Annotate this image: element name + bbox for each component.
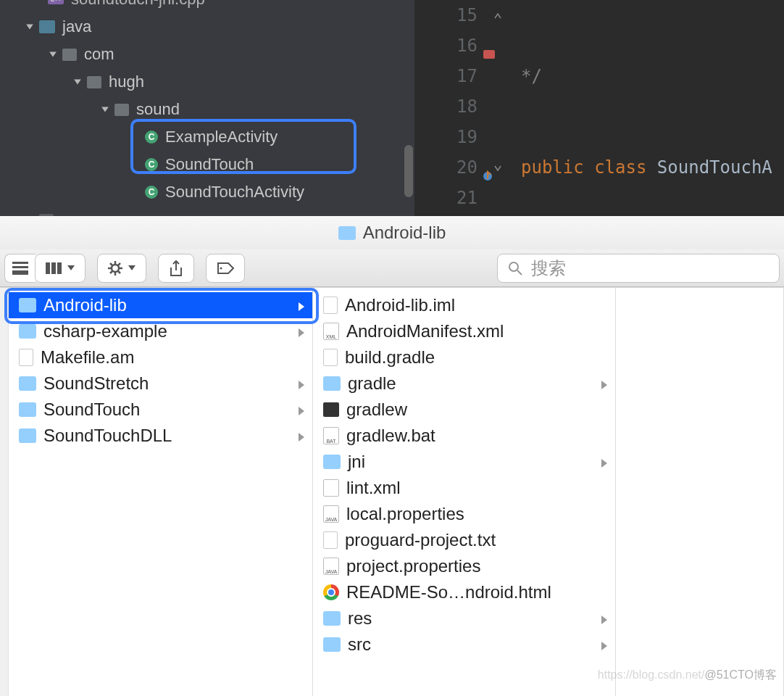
chevron-right-icon: [299, 373, 305, 394]
list-item[interactable]: SoundStretch: [9, 370, 312, 397]
class-icon: C: [145, 186, 158, 199]
doc-file-icon: [323, 479, 339, 497]
list-item[interactable]: build.gradle: [313, 344, 615, 370]
list-item[interactable]: jni: [313, 449, 615, 475]
list-item[interactable]: Android-lib: [9, 292, 312, 318]
override-gutter-icon[interactable]: [483, 161, 495, 191]
code-token: public: [521, 157, 584, 178]
tree-item-sound-folder[interactable]: sound: [0, 96, 414, 123]
svg-rect-10: [12, 273, 28, 275]
list-item[interactable]: csharp-example: [9, 318, 312, 344]
item-label: gradle: [348, 373, 396, 394]
list-item[interactable]: SoundTouchDLL: [9, 423, 312, 449]
svg-line-20: [110, 263, 112, 265]
list-item[interactable]: res: [313, 605, 615, 631]
view-list-button[interactable]: [4, 254, 36, 283]
view-columns-button[interactable]: [35, 254, 86, 283]
file-icon: [323, 349, 338, 366]
item-label: local.properties: [346, 504, 464, 524]
item-label: jni: [348, 452, 365, 472]
item-label: Makefile.am: [41, 347, 134, 368]
svg-marker-24: [128, 265, 135, 270]
tree-item-cpp[interactable]: C++ soundtouch-jni.cpp: [0, 0, 414, 13]
chevron-down-icon: [25, 22, 35, 32]
class-gutter-icon: [483, 39, 495, 70]
chevron-right-icon: [299, 426, 305, 446]
svg-rect-5: [483, 50, 495, 59]
folder-icon: [62, 49, 77, 61]
search-icon: [508, 261, 522, 276]
cpp-icon: C++: [48, 0, 64, 4]
search-input[interactable]: 搜索: [497, 254, 780, 283]
chrome-icon: [323, 584, 339, 600]
tree-label: SoundTouchActivity: [165, 183, 304, 202]
list-item[interactable]: Android-lib.iml: [313, 292, 615, 318]
svg-rect-13: [57, 262, 62, 274]
tree-item-java-folder[interactable]: java: [0, 13, 414, 41]
folder-icon: [323, 637, 341, 652]
folder-icon: [19, 298, 36, 312]
chevron-down-icon: [72, 77, 83, 87]
file-icon: [19, 349, 33, 366]
item-label: build.gradle: [345, 347, 435, 368]
tree-item-hugh-folder[interactable]: hugh: [0, 68, 414, 96]
scrollbar-thumb[interactable]: [404, 145, 413, 197]
action-menu-button[interactable]: [97, 254, 146, 283]
svg-rect-12: [51, 262, 56, 274]
list-item[interactable]: proguard-project.txt: [313, 527, 615, 553]
svg-marker-36: [601, 642, 607, 650]
code-area[interactable]: */ public class SoundTouchA private Text…: [505, 0, 784, 216]
tree-item-example-activity[interactable]: C ExampleActivity: [0, 123, 414, 151]
column-1[interactable]: Android-libcsharp-exampleMakefile.amSoun…: [9, 288, 313, 696]
chevron-right-icon: [299, 321, 305, 341]
tree-label: com: [84, 45, 114, 64]
finder-toolbar: 搜索: [0, 249, 784, 287]
list-item[interactable]: lint.xml: [313, 475, 615, 501]
item-label: AndroidManifest.xml: [346, 321, 504, 341]
item-label: README-So…ndroid.html: [346, 582, 551, 602]
tree-item-res-folder[interactable]: res: [0, 206, 414, 216]
list-item[interactable]: Makefile.am: [9, 344, 312, 370]
folder-icon: [323, 455, 341, 469]
share-icon: [169, 260, 183, 276]
list-item[interactable]: JAVAlocal.properties: [313, 501, 615, 527]
column-2[interactable]: Android-lib.imlXMLAndroidManifest.xmlbui…: [313, 288, 616, 696]
list-item[interactable]: gradle: [313, 370, 615, 397]
list-item[interactable]: src: [313, 631, 615, 658]
gear-icon: [108, 261, 122, 276]
svg-marker-35: [601, 616, 607, 624]
svg-line-23: [110, 271, 112, 273]
tags-button[interactable]: [206, 254, 245, 283]
tree-item-soundtouch[interactable]: C SoundTouch: [0, 151, 414, 178]
item-label: csharp-example: [43, 321, 167, 341]
list-item[interactable]: gradlew: [313, 397, 615, 423]
file-icon: [323, 297, 338, 314]
project-tree[interactable]: C++ soundtouch-jni.cpp java com hugh sou…: [0, 0, 414, 216]
code-editor[interactable]: 15 16 17 18 19 20 21 */ public class Sou…: [414, 0, 784, 216]
svg-marker-2: [74, 79, 81, 84]
java-file-icon: JAVA: [323, 505, 339, 523]
column-3[interactable]: [616, 288, 784, 696]
tree-item-soundtouchactivity[interactable]: C SoundTouchActivity: [0, 178, 414, 206]
columns-icon: [46, 262, 62, 274]
code-token: SoundTouchA: [646, 157, 772, 178]
tree-label: res: [61, 210, 83, 216]
item-label: project.properties: [346, 556, 480, 576]
chevron-down-icon: [128, 265, 135, 271]
list-item[interactable]: XMLAndroidManifest.xml: [313, 318, 615, 344]
finder-titlebar[interactable]: Android-lib: [0, 216, 784, 249]
svg-marker-33: [601, 381, 607, 389]
list-item[interactable]: README-So…ndroid.html: [313, 579, 615, 605]
list-item[interactable]: SoundTouch: [9, 397, 312, 423]
tree-item-com-folder[interactable]: com: [0, 41, 414, 68]
share-button[interactable]: [158, 254, 194, 283]
sidebar-strip: [0, 288, 9, 696]
shell-file-icon: [323, 402, 339, 417]
list-item[interactable]: JAVAproject.properties: [313, 553, 615, 579]
line-number: 15: [414, 0, 478, 30]
item-label: gradlew.bat: [346, 426, 435, 446]
java-file-icon: JAVA: [323, 558, 339, 575]
svg-marker-0: [26, 24, 33, 29]
tree-label: soundtouch-jni.cpp: [71, 0, 205, 9]
list-item[interactable]: BATgradlew.bat: [313, 423, 615, 449]
